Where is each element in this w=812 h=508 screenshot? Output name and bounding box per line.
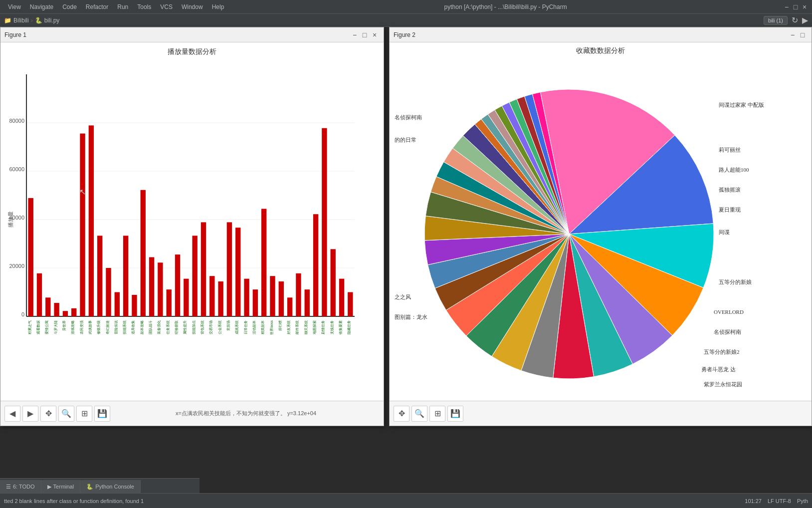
menu-tools[interactable]: Tools (133, 2, 155, 12)
svg-rect-20 (89, 125, 94, 316)
svg-rect-23 (115, 292, 120, 317)
svg-rect-40 (261, 209, 266, 316)
ide-minimize-btn[interactable]: − (783, 3, 790, 10)
svg-text:技能加点: 技能加点 (192, 320, 196, 335)
menu-vcs[interactable]: VCS (156, 2, 177, 12)
figure2-chart-title: 收藏数数据分析 (390, 46, 812, 55)
list-icon: ☰ (6, 484, 11, 490)
svg-text:装备强化: 装备强化 (157, 320, 161, 334)
svg-text:观看数据: 观看数据 (36, 320, 40, 334)
svg-rect-38 (244, 279, 249, 316)
svg-rect-22 (106, 268, 111, 316)
svg-text:世界boss: 世界boss (270, 320, 273, 335)
figure1-maximize-btn[interactable]: □ (360, 30, 370, 40)
figure2-minimize-btn[interactable]: − (788, 30, 798, 40)
svg-text:OVERLORD: OVERLORD (714, 309, 744, 315)
svg-text:斗罗大陆: 斗罗大陆 (54, 320, 57, 334)
ide-close-btn[interactable]: × (801, 3, 808, 10)
fig-save-btn[interactable]: 💾 (94, 406, 110, 422)
fig2-zoom-btn[interactable]: 🔍 (411, 406, 427, 422)
figure1-minimize-btn[interactable]: − (350, 30, 360, 40)
status-position: 101:27 (745, 498, 762, 504)
tab-python-console[interactable]: 🐍 Python Console (80, 480, 141, 493)
svg-text:背包系统: 背包系统 (201, 320, 204, 334)
svg-text:聊天系统: 聊天系统 (304, 320, 308, 334)
svg-text:技能系统: 技能系统 (123, 320, 126, 335)
svg-text:经验获取: 经验获取 (175, 320, 178, 334)
svg-rect-24 (123, 236, 128, 316)
svg-text:精英副本: 精英副本 (261, 320, 264, 334)
svg-text:图别篇：龙水: 图别篇：龙水 (395, 314, 427, 320)
menu-refactor[interactable]: Refactor (82, 2, 112, 12)
svg-text:公会系统: 公会系统 (218, 320, 221, 334)
menu-navigate[interactable]: Navigate (26, 2, 57, 12)
svg-text:武侠故事: 武侠故事 (88, 320, 92, 334)
svg-text:好友系统: 好友系统 (287, 320, 291, 334)
svg-text:任务系统: 任务系统 (166, 320, 170, 335)
fig-back-btn[interactable]: ◀ (4, 406, 20, 422)
svg-rect-35 (218, 281, 223, 316)
svg-text:地图探索: 地图探索 (313, 320, 316, 335)
svg-text:交易市场: 交易市场 (209, 320, 213, 334)
svg-rect-41 (270, 276, 275, 316)
svg-text:剧情任务: 剧情任务 (321, 320, 325, 334)
svg-rect-37 (235, 228, 240, 316)
fig-forward-btn[interactable]: ▶ (22, 406, 38, 422)
svg-rect-49 (339, 279, 344, 316)
figure2-maximize-btn[interactable]: □ (798, 30, 808, 40)
figure1-title: Figure 1 (4, 31, 350, 38)
svg-text:活动副本: 活动副本 (252, 320, 256, 334)
figure2-toolbar: ✥ 🔍 ⊞ 💾 (390, 401, 812, 426)
svg-text:20000: 20000 (9, 263, 24, 269)
svg-text:间谍: 间谍 (719, 229, 730, 235)
svg-text:五等分的新娘: 五等分的新娘 (719, 279, 752, 285)
menu-view[interactable]: View (4, 2, 25, 12)
svg-rect-30 (175, 254, 180, 316)
fig2-save-btn[interactable]: 💾 (447, 406, 463, 422)
svg-text:间谍过家家 中配版: 间谍过家家 中配版 (719, 102, 764, 108)
svg-text:农民变强: 农民变强 (80, 320, 83, 334)
menu-code[interactable]: Code (58, 2, 81, 12)
menu-window[interactable]: Window (178, 2, 207, 12)
svg-rect-15 (45, 297, 50, 316)
fig-zoom-btn[interactable]: 🔍 (58, 406, 74, 422)
svg-text:冒险传说: 冒险传说 (114, 320, 118, 334)
tab-terminal[interactable]: ▶ Terminal (41, 480, 81, 493)
ide-menu: View Navigate Code Refactor Run Tools VC… (4, 2, 228, 12)
fig-pan-btn[interactable]: ✥ (40, 406, 56, 422)
run-debug-btn[interactable]: ▶ (802, 15, 808, 25)
svg-rect-39 (253, 289, 258, 316)
svg-rect-43 (287, 297, 292, 316)
menu-help[interactable]: Help (208, 2, 228, 12)
breadcrumb-file[interactable]: 🐍 bili.py (35, 17, 60, 24)
svg-rect-17 (63, 311, 68, 316)
figure2-title-text: Figure 2 (394, 31, 788, 38)
ide-window-controls: − □ × (783, 3, 808, 10)
menu-run[interactable]: Run (113, 2, 132, 12)
run-refresh-btn[interactable]: ↻ (792, 15, 798, 25)
svg-text:团队战斗: 团队战斗 (149, 320, 152, 334)
fig2-pan-btn[interactable]: ✥ (394, 406, 409, 422)
ide-maximize-btn[interactable]: □ (792, 3, 799, 10)
svg-text:异世界: 异世界 (62, 320, 66, 331)
figure2-titlebar: Figure 2 − □ (390, 27, 812, 42)
svg-rect-21 (97, 236, 102, 316)
svg-text:60000: 60000 (9, 166, 24, 172)
svg-text:日常任务: 日常任务 (244, 320, 247, 334)
bar-chart-svg: 0 20000 40000 60000 80000 播放量 (5, 59, 365, 339)
run-config-dropdown[interactable]: bili (1) (764, 16, 788, 25)
python-icon: 🐍 (86, 484, 93, 490)
breadcrumb-bilibili[interactable]: 📁 Bilibili (4, 17, 29, 24)
fig-config-btn[interactable]: ⊞ (76, 406, 92, 422)
svg-text:莉可丽丝: 莉可丽丝 (719, 147, 741, 153)
svg-text:勇者斗恶龙 达: 勇者斗恶龙 达 (701, 366, 736, 372)
svg-text:夏日重现: 夏日重现 (719, 207, 741, 213)
fig2-config-btn[interactable]: ⊞ (429, 406, 445, 422)
svg-rect-45 (305, 289, 310, 316)
figure1-close-btn[interactable]: × (370, 30, 380, 40)
status-right: 101:27 LF UTF-8 Pyth (745, 498, 808, 504)
svg-text:名侦探柯南: 名侦探柯南 (395, 114, 422, 120)
svg-rect-25 (132, 295, 137, 316)
figure1-window: Figure 1 − □ × 播放量数据分析 0 20000 40000 600… (0, 27, 384, 426)
tab-todo[interactable]: ☰ 6: TODO (0, 480, 41, 493)
